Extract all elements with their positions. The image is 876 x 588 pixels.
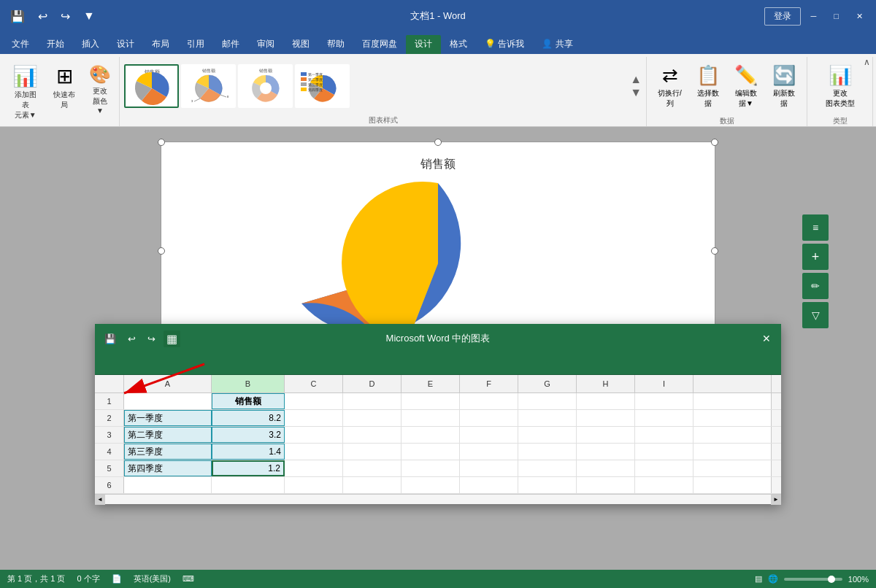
cell-b5[interactable]: 1.2 xyxy=(212,460,285,476)
cell-g5[interactable] xyxy=(518,460,577,476)
chart-style-1[interactable]: 销售额 xyxy=(124,64,179,108)
cell-c6[interactable] xyxy=(285,477,343,493)
cell-f4[interactable] xyxy=(460,444,518,460)
style-scroll-arrows[interactable]: ▲ ▼ xyxy=(630,73,642,99)
scroll-down-icon[interactable]: ▼ xyxy=(630,86,642,99)
handle-tr[interactable] xyxy=(711,139,718,146)
cell-i4[interactable] xyxy=(635,444,694,460)
cell-h3[interactable] xyxy=(577,427,635,443)
col-header-i[interactable]: I xyxy=(635,375,694,392)
handle-tl[interactable] xyxy=(158,139,165,146)
cell-c5[interactable] xyxy=(285,460,343,476)
chart-styles-btn[interactable]: + xyxy=(802,244,829,270)
cell-g6[interactable] xyxy=(518,477,577,493)
tab-file[interactable]: 文件 xyxy=(3,35,38,54)
col-header-c[interactable]: C xyxy=(285,375,343,392)
tab-design-doc[interactable]: 设计 xyxy=(108,35,143,54)
col-header-f[interactable]: F xyxy=(460,375,518,392)
redo-icon[interactable]: ↪ xyxy=(56,7,74,26)
select-data-button[interactable]: 📋 选择数据 xyxy=(690,61,726,112)
cell-f5[interactable] xyxy=(460,460,518,476)
tab-home[interactable]: 开始 xyxy=(38,35,73,54)
cell-h1[interactable] xyxy=(577,393,635,409)
cell-g1[interactable] xyxy=(518,393,577,409)
cell-d4[interactable] xyxy=(343,444,402,460)
switch-row-col-button[interactable]: ⇄ 切换行/列 xyxy=(651,61,688,112)
cell-g3[interactable] xyxy=(518,427,577,443)
cell-c1[interactable] xyxy=(285,393,343,409)
cell-b4[interactable]: 1.4 xyxy=(212,444,285,460)
customize-icon[interactable]: ▼ xyxy=(79,7,99,26)
close-button[interactable]: ✕ xyxy=(849,9,870,24)
quick-layout-button[interactable]: ⊞ 快速布局 xyxy=(46,61,82,113)
add-chart-element-button[interactable]: 📊 添加图表元素▼ xyxy=(7,61,43,123)
cell-a2[interactable]: 第一季度 xyxy=(124,410,212,426)
hscroll-track[interactable] xyxy=(105,495,771,504)
ribbon-collapse-button[interactable]: ∧ xyxy=(858,54,876,70)
cell-d3[interactable] xyxy=(343,427,402,443)
cell-g4[interactable] xyxy=(518,444,577,460)
cell-f6[interactable] xyxy=(460,477,518,493)
cell-f2[interactable] xyxy=(460,410,518,426)
cell-e1[interactable] xyxy=(402,393,460,409)
tab-mail[interactable]: 邮件 xyxy=(213,35,248,54)
col-header-e[interactable]: E xyxy=(402,375,460,392)
excel-close-button[interactable]: ✕ xyxy=(755,330,778,347)
cell-b3[interactable]: 3.2 xyxy=(212,427,285,443)
tab-help[interactable]: 帮助 xyxy=(318,35,353,54)
cell-d1[interactable] xyxy=(343,393,402,409)
excel-undo-icon[interactable]: ↩ xyxy=(124,332,139,346)
col-header-h[interactable]: H xyxy=(577,375,635,392)
restore-button[interactable]: □ xyxy=(826,9,846,23)
cell-b2[interactable]: 8.2 xyxy=(212,410,285,426)
edit-data-button[interactable]: ✏️ 编辑数据▼ xyxy=(728,61,764,112)
scroll-left-btn[interactable]: ◄ xyxy=(95,495,105,505)
cell-b1[interactable]: 销售额 xyxy=(212,393,285,409)
cell-f1[interactable] xyxy=(460,393,518,409)
chart-style-2[interactable]: 销售额 8 3 xyxy=(181,64,236,108)
chart-filter-btn[interactable]: ▽ xyxy=(802,302,829,328)
cell-a3[interactable]: 第二季度 xyxy=(124,427,212,443)
cell-i2[interactable] xyxy=(635,410,694,426)
cell-f3[interactable] xyxy=(460,427,518,443)
cell-h4[interactable] xyxy=(577,444,635,460)
tab-tellme[interactable]: 💡 告诉我 xyxy=(476,35,533,54)
tab-baiduyun[interactable]: 百度网盘 xyxy=(353,35,406,54)
chart-style-4[interactable]: 第一季度 第二季度 第三季度 第四季度 xyxy=(295,64,350,108)
col-header-b[interactable]: B xyxy=(212,375,285,392)
cell-h6[interactable] xyxy=(577,477,635,493)
cell-b6[interactable] xyxy=(212,477,285,493)
cell-c2[interactable] xyxy=(285,410,343,426)
cell-i5[interactable] xyxy=(635,460,694,476)
cell-d2[interactable] xyxy=(343,410,402,426)
scroll-up-icon[interactable]: ▲ xyxy=(630,73,642,86)
tab-view[interactable]: 视图 xyxy=(283,35,318,54)
view-web-icon[interactable]: 🌐 xyxy=(768,574,778,584)
login-button[interactable]: 登录 xyxy=(764,7,801,26)
cell-e5[interactable] xyxy=(402,460,460,476)
excel-hscrollbar[interactable]: ◄ ► xyxy=(95,494,781,504)
cell-i1[interactable] xyxy=(635,393,694,409)
save-icon[interactable]: 💾 xyxy=(6,7,29,26)
cell-h2[interactable] xyxy=(577,410,635,426)
cell-a5[interactable]: 第四季度 xyxy=(124,460,212,476)
cell-c3[interactable] xyxy=(285,427,343,443)
tab-insert[interactable]: 插入 xyxy=(73,35,108,54)
chart-style-3[interactable]: 销售额 xyxy=(238,64,293,108)
refresh-data-button[interactable]: 🔄 刷新数据 xyxy=(766,61,802,112)
handle-tc[interactable] xyxy=(434,139,442,146)
cell-e4[interactable] xyxy=(402,444,460,460)
tab-format[interactable]: 格式 xyxy=(441,35,476,54)
cell-a6[interactable] xyxy=(124,477,212,493)
cell-a4[interactable]: 第三季度 xyxy=(124,444,212,460)
cell-e3[interactable] xyxy=(402,427,460,443)
cell-e2[interactable] xyxy=(402,410,460,426)
handle-mr[interactable] xyxy=(711,247,718,255)
col-header-g[interactable]: G xyxy=(518,375,577,392)
tab-chart-design[interactable]: 设计 xyxy=(406,35,441,54)
cell-i6[interactable] xyxy=(635,477,694,493)
cell-h5[interactable] xyxy=(577,460,635,476)
excel-save-icon[interactable]: 💾 xyxy=(101,332,120,346)
minimize-button[interactable]: ─ xyxy=(804,9,824,23)
excel-grid-icon[interactable]: ▦ xyxy=(164,330,180,347)
